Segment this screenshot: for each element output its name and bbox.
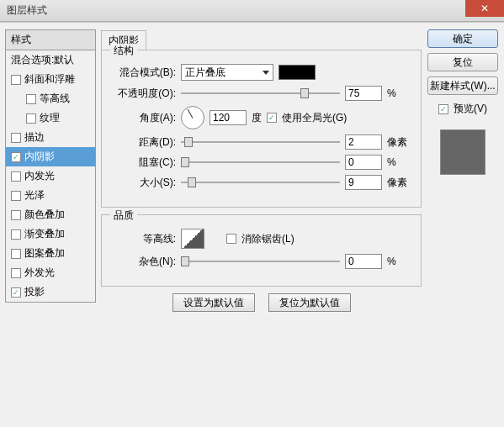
make-default-button[interactable]: 设置为默认值	[172, 293, 255, 312]
noise-input[interactable]	[345, 254, 382, 269]
cancel-button[interactable]: 复位	[427, 53, 498, 71]
style-label: 纹理	[40, 111, 60, 125]
style-checkbox[interactable]: ✓	[11, 287, 21, 298]
blend-mode-label: 混合模式(B):	[110, 66, 176, 80]
reset-default-button[interactable]: 复位为默认值	[268, 293, 351, 312]
preview-thumbnail	[440, 129, 485, 175]
style-label: 内阴影	[24, 150, 55, 164]
style-checkbox[interactable]	[11, 229, 21, 240]
style-label: 投影	[24, 285, 45, 299]
size-label: 大小(S):	[110, 176, 176, 190]
style-label: 外发光	[24, 266, 55, 280]
shadow-color-swatch[interactable]	[279, 65, 316, 80]
style-label: 光泽	[24, 188, 45, 203]
style-item[interactable]: 斜面和浮雕	[6, 70, 95, 89]
distance-input[interactable]	[345, 134, 382, 150]
style-label: 内发光	[24, 169, 55, 183]
style-checkbox[interactable]	[11, 75, 21, 85]
style-item[interactable]: 纹理	[6, 108, 95, 128]
window-title: 图层样式	[7, 3, 47, 18]
preview-checkbox[interactable]: ✓	[438, 104, 448, 114]
global-light-checkbox[interactable]: ✓	[267, 113, 277, 123]
size-unit: 像素	[387, 176, 412, 190]
style-checkbox[interactable]	[11, 133, 21, 143]
size-input[interactable]	[345, 175, 382, 190]
close-button[interactable]: ✕	[465, 0, 504, 17]
style-checkbox[interactable]	[26, 113, 36, 124]
opacity-unit: %	[387, 87, 412, 99]
styles-list-panel: 样式 混合选项:默认 斜面和浮雕等高线纹理描边✓内阴影内发光光泽颜色叠加渐变叠加…	[5, 29, 96, 420]
style-item[interactable]: ✓投影	[6, 282, 95, 302]
antialias-label: 消除锯齿(L)	[241, 232, 294, 246]
noise-unit: %	[387, 256, 412, 267]
antialias-checkbox[interactable]	[226, 234, 236, 244]
style-item[interactable]: 光泽	[6, 186, 95, 205]
noise-label: 杂色(N):	[110, 255, 176, 269]
opacity-label: 不透明度(O):	[110, 87, 176, 101]
style-item[interactable]: 外发光	[6, 263, 95, 282]
contour-label: 等高线:	[110, 232, 176, 246]
distance-slider[interactable]	[181, 135, 340, 149]
style-item[interactable]: 内发光	[6, 166, 95, 186]
style-item[interactable]: 颜色叠加	[6, 205, 95, 224]
choke-input[interactable]	[345, 155, 382, 170]
blend-options-item[interactable]: 混合选项:默认	[6, 50, 95, 70]
style-checkbox[interactable]: ✓	[11, 152, 21, 162]
choke-slider[interactable]	[181, 156, 340, 169]
style-item[interactable]: 等高线	[6, 89, 95, 108]
style-item[interactable]: 图案叠加	[6, 244, 95, 263]
blend-options-label: 混合选项:默认	[11, 53, 74, 67]
style-label: 描边	[24, 130, 45, 145]
quality-group: 品质 等高线: 消除锯齿(L) 杂色(N): %	[101, 214, 422, 287]
blend-mode-value: 正片叠底	[185, 66, 225, 80]
angle-dial[interactable]	[181, 106, 204, 129]
style-item[interactable]: 描边	[6, 128, 95, 147]
global-light-label: 使用全局光(G)	[282, 111, 347, 125]
style-item[interactable]: 渐变叠加	[6, 224, 95, 244]
style-checkbox[interactable]	[26, 94, 36, 104]
close-icon: ✕	[480, 3, 489, 14]
chevron-down-icon	[263, 71, 269, 75]
style-label: 等高线	[40, 92, 70, 106]
new-style-button[interactable]: 新建样式(W)...	[427, 76, 498, 95]
style-checkbox[interactable]	[11, 210, 21, 220]
styles-header: 样式	[5, 29, 96, 50]
style-label: 颜色叠加	[24, 208, 65, 222]
size-slider[interactable]	[181, 176, 340, 189]
right-buttons: 确定 复位 新建样式(W)... ✓ 预览(V)	[427, 29, 499, 420]
style-checkbox[interactable]	[11, 171, 21, 182]
distance-label: 距离(D):	[110, 135, 176, 150]
style-item[interactable]: ✓内阴影	[6, 147, 95, 166]
settings-panel: 内阴影 结构 混合模式(B): 正片叠底 不透明度(O): %	[101, 29, 422, 420]
distance-unit: 像素	[387, 135, 412, 150]
ok-button[interactable]: 确定	[427, 29, 498, 48]
contour-picker[interactable]	[181, 229, 204, 249]
dialog-body: 样式 混合选项:默认 斜面和浮雕等高线纹理描边✓内阴影内发光光泽颜色叠加渐变叠加…	[0, 22, 504, 427]
angle-label: 角度(A):	[110, 111, 176, 125]
opacity-input[interactable]	[345, 86, 382, 101]
styles-list: 混合选项:默认 斜面和浮雕等高线纹理描边✓内阴影内发光光泽颜色叠加渐变叠加图案叠…	[5, 50, 96, 303]
style-label: 渐变叠加	[24, 227, 65, 241]
titlebar: 图层样式 ✕	[0, 0, 504, 22]
choke-unit: %	[387, 156, 412, 168]
quality-legend: 品质	[110, 208, 137, 223]
blend-mode-select[interactable]: 正片叠底	[181, 64, 273, 81]
structure-legend: 结构	[110, 44, 137, 58]
angle-unit: 度	[252, 111, 262, 125]
choke-label: 阻塞(C):	[110, 156, 176, 170]
preview-label: 预览(V)	[454, 102, 487, 116]
structure-group: 结构 混合模式(B): 正片叠底 不透明度(O): % 角度(A):	[101, 50, 422, 208]
style-checkbox[interactable]	[11, 249, 21, 259]
style-checkbox[interactable]	[11, 268, 21, 278]
style-checkbox[interactable]	[11, 191, 21, 201]
opacity-slider[interactable]	[181, 87, 340, 100]
style-label: 图案叠加	[24, 246, 65, 261]
noise-slider[interactable]	[181, 255, 340, 268]
style-label: 斜面和浮雕	[24, 72, 75, 87]
angle-input[interactable]	[210, 110, 247, 125]
